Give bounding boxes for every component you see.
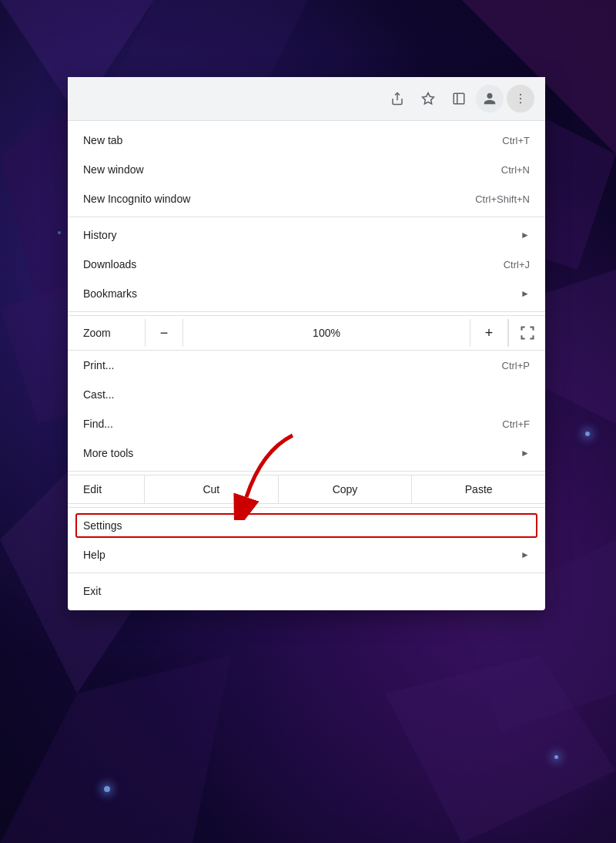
- svg-point-19: [520, 98, 521, 99]
- menu-item-cast[interactable]: Cast...: [68, 380, 545, 409]
- sidebar-icon[interactable]: [445, 85, 473, 113]
- zoom-minus-button[interactable]: −: [146, 319, 182, 347]
- menu-icon[interactable]: [507, 85, 534, 113]
- menu-item-downloads[interactable]: Downloads Ctrl+J: [68, 250, 545, 279]
- menu-item-bookmarks[interactable]: Bookmarks ►: [68, 279, 545, 308]
- edit-row: Edit Cut Copy Paste: [68, 475, 545, 504]
- divider-1: [68, 217, 545, 217]
- svg-marker-15: [423, 93, 434, 104]
- svg-marker-7: [0, 655, 231, 843]
- menu-item-exit[interactable]: Exit: [68, 576, 545, 606]
- menu-item-new-tab[interactable]: New tab Ctrl+T: [68, 126, 545, 155]
- zoom-controls: − 100% +: [146, 319, 545, 347]
- bg-dot-4: [554, 755, 558, 759]
- menu-item-new-window[interactable]: New window Ctrl+N: [68, 155, 545, 184]
- menu-item-incognito[interactable]: New Incognito window Ctrl+Shift+N: [68, 184, 545, 213]
- paste-button[interactable]: Paste: [412, 475, 545, 503]
- zoom-label: Zoom: [68, 321, 145, 345]
- svg-point-18: [520, 94, 521, 96]
- menu-item-more-tools[interactable]: More tools ►: [68, 438, 545, 468]
- zoom-plus-button[interactable]: +: [470, 319, 507, 347]
- zoom-value[interactable]: 100%: [183, 327, 470, 339]
- divider-4: [68, 507, 545, 508]
- menu-item-history[interactable]: History ►: [68, 220, 545, 250]
- menu-item-find[interactable]: Find... Ctrl+F: [68, 409, 545, 438]
- bg-dot-2: [585, 432, 590, 436]
- divider-3: [68, 471, 545, 472]
- star-icon[interactable]: [414, 85, 442, 113]
- divider-5: [68, 573, 545, 573]
- divider-2: [68, 311, 545, 312]
- menu-item-print[interactable]: Print... Ctrl+P: [68, 351, 545, 380]
- settings-highlight: [75, 513, 537, 538]
- bg-dot-3: [104, 786, 110, 792]
- copy-button[interactable]: Copy: [279, 475, 413, 503]
- share-icon[interactable]: [383, 85, 411, 113]
- edit-label: Edit: [68, 475, 145, 503]
- chrome-menu: New tab Ctrl+T New window Ctrl+N New Inc…: [68, 77, 545, 610]
- menu-item-help[interactable]: Help ►: [68, 540, 545, 569]
- svg-point-20: [520, 102, 521, 103]
- profile-icon[interactable]: [476, 85, 504, 113]
- menu-item-settings[interactable]: Settings: [68, 511, 545, 540]
- zoom-fullscreen-button[interactable]: [508, 319, 545, 347]
- edit-actions: Cut Copy Paste: [145, 475, 545, 503]
- cut-button[interactable]: Cut: [145, 475, 279, 503]
- bg-dot-5: [58, 231, 61, 234]
- browser-toolbar: [68, 77, 545, 121]
- svg-rect-16: [454, 93, 464, 104]
- menu-body: New tab Ctrl+T New window Ctrl+N New Inc…: [68, 121, 545, 610]
- zoom-row: Zoom − 100% +: [68, 315, 545, 351]
